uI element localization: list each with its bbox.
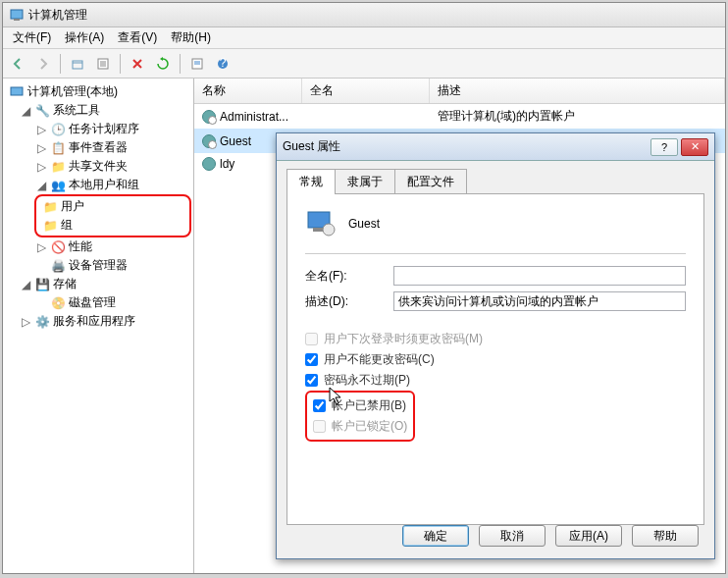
- dialog-title: Guest 属性: [283, 138, 340, 155]
- col-desc[interactable]: 描述: [430, 79, 725, 103]
- tree-event[interactable]: ▷📋事件查看器: [5, 138, 191, 157]
- tree-label: 服务和应用程序: [53, 313, 135, 330]
- folder-icon: 📁: [50, 159, 66, 175]
- fullname-row: 全名(F):: [305, 266, 686, 286]
- toolbar: ?: [3, 49, 725, 79]
- up-button[interactable]: [67, 53, 88, 75]
- collapse-icon[interactable]: ◢: [21, 104, 31, 118]
- col-full[interactable]: 全名: [302, 79, 430, 103]
- chk-label: 密码永不过期(P): [324, 372, 410, 389]
- dialog-titlebar[interactable]: Guest 属性 ? ✕: [277, 133, 714, 161]
- tab-profile[interactable]: 配置文件: [394, 169, 467, 194]
- user-icon: [202, 134, 216, 148]
- expand-icon[interactable]: ▷: [36, 141, 47, 155]
- users-icon: 👥: [50, 178, 66, 193]
- cancel-button[interactable]: 取消: [479, 525, 546, 547]
- user-icon: [202, 157, 216, 171]
- desc-input[interactable]: [393, 291, 686, 311]
- tree-label: 组: [61, 217, 73, 234]
- tab-general[interactable]: 常规: [286, 169, 336, 194]
- close-button[interactable]: ✕: [681, 138, 708, 156]
- menubar: 文件(F) 操作(A) 查看(V) 帮助(H): [3, 27, 725, 49]
- menu-help[interactable]: 帮助(H): [165, 27, 217, 48]
- chk-neverexpire[interactable]: 密码永不过期(P): [305, 370, 686, 391]
- tree-svcapp[interactable]: ▷⚙️服务和应用程序: [5, 312, 191, 331]
- apply-button[interactable]: 应用(A): [555, 525, 622, 547]
- folder-icon: 📁: [42, 218, 58, 234]
- ok-button[interactable]: 确定: [402, 525, 469, 547]
- tree-users[interactable]: 📁用户: [38, 197, 187, 216]
- delete-button[interactable]: [127, 53, 148, 75]
- window-title: 计算机管理: [28, 7, 87, 24]
- properties-button[interactable]: [92, 53, 114, 75]
- tree-localug[interactable]: ◢👥本地用户和组: [5, 176, 191, 194]
- fullname-input[interactable]: [393, 266, 686, 286]
- cell-name: Administrat...: [220, 110, 288, 124]
- account-icon: [305, 208, 337, 239]
- expand-icon[interactable]: ▷: [21, 315, 31, 329]
- tree-perf[interactable]: ▷🚫性能: [5, 237, 191, 256]
- tree-label: 性能: [69, 238, 92, 255]
- tree-task[interactable]: ▷🕒任务计划程序: [5, 120, 191, 138]
- tree-label: 存储: [53, 276, 77, 292]
- cell-full: [302, 106, 430, 127]
- desc-row: 描述(D):: [305, 291, 686, 311]
- cell-desc: 管理计算机(域)的内置帐户: [430, 106, 725, 127]
- dialog-controls: ? ✕: [650, 138, 708, 156]
- tree-root-label: 计算机管理(本地): [27, 83, 118, 100]
- chk-cannotchange[interactable]: 用户不能更改密码(C): [305, 349, 686, 370]
- separator: [60, 54, 61, 74]
- menu-file[interactable]: 文件(F): [7, 27, 57, 48]
- export-button[interactable]: [186, 53, 208, 75]
- svg-rect-1: [14, 19, 20, 21]
- menu-action[interactable]: 操作(A): [59, 27, 110, 48]
- expand-icon[interactable]: ▷: [36, 123, 47, 136]
- user-icon: [202, 110, 216, 124]
- cell-name: Guest: [220, 134, 251, 148]
- collapse-icon[interactable]: ◢: [21, 278, 31, 291]
- help-button[interactable]: ?: [212, 53, 234, 75]
- tree-systools[interactable]: ◢🔧系统工具: [5, 101, 191, 120]
- tree-diskmgr[interactable]: 📀磁盘管理: [5, 293, 191, 312]
- back-button[interactable]: [7, 53, 28, 75]
- chk-disabled[interactable]: 帐户已禁用(B): [313, 395, 407, 416]
- tree-groups[interactable]: 📁组: [38, 216, 187, 235]
- tree-root[interactable]: 计算机管理(本地): [5, 82, 191, 101]
- tree-storage[interactable]: ◢💾存储: [5, 275, 191, 293]
- list-row-admin[interactable]: Administrat... 管理计算机(域)的内置帐户: [194, 104, 725, 129]
- chk-neverexpire-box[interactable]: [305, 374, 318, 387]
- expand-icon[interactable]: ▷: [36, 240, 47, 254]
- computer-icon: [9, 84, 25, 100]
- help-button[interactable]: ?: [650, 138, 678, 156]
- highlight-box: 📁用户 📁组: [34, 194, 191, 237]
- menu-view[interactable]: 查看(V): [112, 27, 163, 48]
- divider: [305, 253, 686, 254]
- dialog-buttons: 确定 取消 应用(A) 帮助: [402, 525, 699, 547]
- svg-rect-7: [11, 87, 23, 95]
- refresh-button[interactable]: [152, 53, 174, 75]
- col-name[interactable]: 名称: [194, 79, 302, 103]
- help-button[interactable]: 帮助: [632, 525, 699, 547]
- forward-button[interactable]: [32, 53, 54, 75]
- chk-cannotchange-box[interactable]: [305, 353, 318, 366]
- tab-strip: 常规 隶属于 配置文件: [277, 161, 714, 194]
- chk-mustchange: 用户下次登录时须更改密码(M): [305, 329, 686, 349]
- expand-icon[interactable]: ▷: [36, 160, 47, 174]
- tree-label: 共享文件夹: [69, 158, 128, 175]
- collapse-icon[interactable]: ◢: [36, 179, 47, 192]
- perf-icon: 🚫: [50, 239, 66, 255]
- tab-memberof[interactable]: 隶属于: [335, 169, 395, 194]
- guest-properties-dialog: Guest 属性 ? ✕ 常规 隶属于 配置文件 Guest 全名(F): 描述…: [276, 132, 715, 559]
- nav-tree[interactable]: 计算机管理(本地) ◢🔧系统工具 ▷🕒任务计划程序 ▷📋事件查看器 ▷📁共享文件…: [3, 79, 194, 573]
- app-icon: [9, 7, 25, 23]
- cell-name: ldy: [220, 157, 234, 171]
- tree-devmgr[interactable]: 🖨️设备管理器: [5, 256, 191, 275]
- tree-label: 用户: [61, 198, 84, 215]
- chk-mustchange-box: [305, 333, 318, 345]
- tree-label: 事件查看器: [69, 139, 128, 156]
- svg-rect-0: [11, 10, 23, 19]
- tree-share[interactable]: ▷📁共享文件夹: [5, 157, 191, 176]
- list-header: 名称 全名 描述: [194, 79, 725, 104]
- svg-point-10: [323, 224, 335, 236]
- chk-disabled-box[interactable]: [313, 399, 326, 412]
